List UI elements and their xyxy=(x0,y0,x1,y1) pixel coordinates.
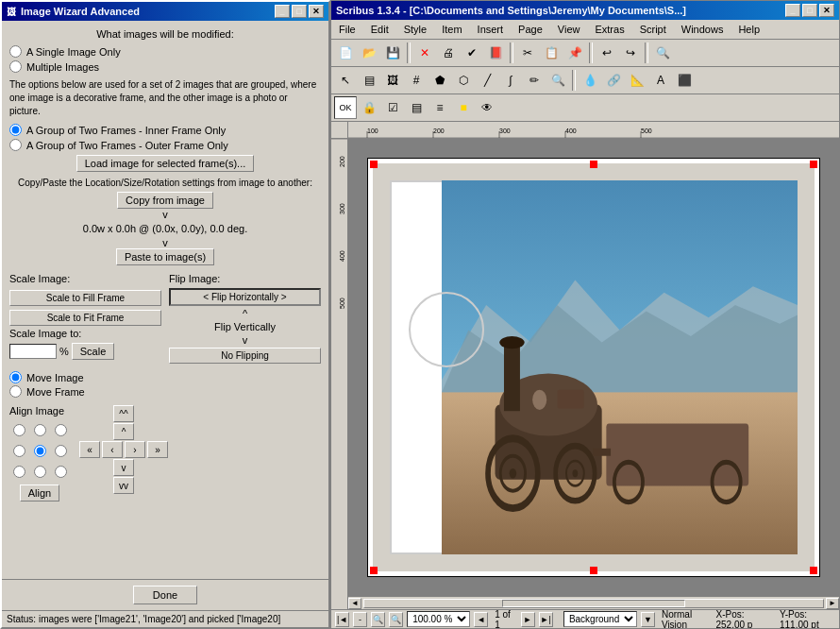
move-up-button[interactable]: ^ xyxy=(113,423,134,440)
tb-zoom-button[interactable]: 🔍 xyxy=(651,42,674,64)
handle-bl[interactable] xyxy=(370,567,378,574)
tb-check-button[interactable]: ☑ xyxy=(381,96,404,119)
tb-text-button[interactable]: ▤ xyxy=(358,69,380,92)
align-button[interactable]: Align xyxy=(20,484,59,502)
scale-percent-input[interactable] xyxy=(9,344,57,359)
tb-text2-button[interactable]: ▤ xyxy=(405,96,428,119)
canvas[interactable] xyxy=(348,139,839,596)
done-button[interactable]: Done xyxy=(133,586,197,604)
tb-undo-button[interactable]: ↩ xyxy=(596,42,618,64)
svg-rect-35 xyxy=(558,390,584,409)
scroll-thumb-h[interactable] xyxy=(502,600,685,607)
wizard-maximize-button[interactable]: □ xyxy=(292,5,307,18)
tb-align-button[interactable]: ≡ xyxy=(428,96,451,119)
radio-multiple-images[interactable] xyxy=(9,60,22,73)
wizard-close-button[interactable]: ✕ xyxy=(309,5,324,18)
menu-windows[interactable]: Windows xyxy=(674,22,731,37)
radio-move-image[interactable] xyxy=(9,371,22,383)
scroll-left-button[interactable]: ◄ xyxy=(348,598,361,609)
move-left-left-button[interactable]: « xyxy=(79,441,100,458)
radio-move-frame[interactable] xyxy=(9,385,22,398)
move-right-button[interactable]: › xyxy=(125,441,145,458)
tb-table-button[interactable]: # xyxy=(405,69,428,92)
tb-magnify-button[interactable]: 🔍 xyxy=(546,69,569,92)
scale-fill-button[interactable]: Scale to Fill Frame xyxy=(9,290,161,306)
nav-prev-page-button[interactable]: ◄ xyxy=(474,612,488,627)
tb-ok-button[interactable]: OK xyxy=(334,96,357,119)
scribus-maximize-button[interactable]: □ xyxy=(802,4,817,17)
nav-first-button[interactable]: |◄ xyxy=(335,612,349,627)
tb-redo-button[interactable]: ↪ xyxy=(619,42,642,64)
tb-cut-button[interactable]: ✂ xyxy=(516,42,539,64)
load-btn-container: Load image for selected frame(s)... xyxy=(9,155,321,172)
move-down-down-button[interactable]: vv xyxy=(113,477,134,494)
wizard-minimize-button[interactable]: _ xyxy=(275,5,290,18)
tb-eyedrop-button[interactable]: 💧 xyxy=(579,69,601,92)
tb-paste-button[interactable]: 📌 xyxy=(563,42,586,64)
tb-line-button[interactable]: ╱ xyxy=(476,69,498,92)
copy-from-image-button[interactable]: Copy from image xyxy=(117,192,213,209)
paste-to-images-button[interactable]: Paste to image(s) xyxy=(116,248,214,265)
tb-image-button[interactable]: 🖼 xyxy=(381,69,404,92)
tb-select-button[interactable]: ↖ xyxy=(334,69,357,92)
menu-view[interactable]: View xyxy=(550,22,588,37)
move-down-button[interactable]: v xyxy=(113,459,134,476)
layer-select[interactable]: Background xyxy=(563,611,637,627)
tb-pencil-button[interactable]: ✏ xyxy=(523,69,546,92)
tb-pdf-button[interactable]: 📕 xyxy=(484,42,507,64)
menu-page[interactable]: Page xyxy=(511,22,550,37)
tb-open-button[interactable]: 📂 xyxy=(358,42,380,64)
scribus-minimize-button[interactable]: _ xyxy=(785,4,800,17)
menu-script[interactable]: Script xyxy=(632,22,674,37)
menu-help[interactable]: Help xyxy=(731,22,767,37)
scroll-track-h[interactable] xyxy=(363,599,824,608)
handle-br[interactable] xyxy=(810,567,817,574)
handle-tr[interactable] xyxy=(810,161,817,168)
tb-close-button[interactable]: ✕ xyxy=(413,42,436,64)
move-left-button[interactable]: ‹ xyxy=(102,441,123,458)
menu-edit[interactable]: Edit xyxy=(363,22,396,37)
tb-eye-button[interactable]: 👁 xyxy=(476,96,498,119)
handle-tc[interactable] xyxy=(590,161,597,168)
menu-file[interactable]: File xyxy=(331,22,363,37)
radio-outer-frame[interactable] xyxy=(9,139,22,151)
radio-single-image[interactable] xyxy=(9,45,22,58)
layer-options-button[interactable]: ▼ xyxy=(641,612,655,627)
tb-shape-button[interactable]: ⬟ xyxy=(428,69,451,92)
tb-polygon-button[interactable]: ⬡ xyxy=(452,69,475,92)
scale-button[interactable]: Scale xyxy=(72,343,115,360)
menu-extras[interactable]: Extras xyxy=(587,22,631,37)
nav-zoom-in-button[interactable]: 🔍 xyxy=(389,612,403,627)
handle-bc[interactable] xyxy=(590,567,597,574)
scribus-close-button[interactable]: ✕ xyxy=(819,4,834,17)
move-right-right-button[interactable]: » xyxy=(147,441,168,458)
handle-tl[interactable] xyxy=(370,161,378,168)
tb-yellow-button[interactable]: ■ xyxy=(452,96,475,119)
zoom-select[interactable]: 100.00 % xyxy=(407,611,470,627)
nav-next-page-button[interactable]: ► xyxy=(521,612,535,627)
scale-fit-button[interactable]: Scale to Fit Frame xyxy=(9,310,161,326)
tb-copy-button[interactable]: 📋 xyxy=(540,42,563,64)
load-image-button[interactable]: Load image for selected frame(s)... xyxy=(76,155,255,172)
tb-save-button[interactable]: 💾 xyxy=(381,42,404,64)
menu-style[interactable]: Style xyxy=(396,22,434,37)
nav-zoom-out-button[interactable]: - xyxy=(353,612,367,627)
nav-zoom-out2-button[interactable]: 🔍 xyxy=(371,612,385,627)
nav-last-page-button[interactable]: ►| xyxy=(539,612,553,627)
menu-insert[interactable]: Insert xyxy=(470,22,512,37)
no-flipping-button[interactable]: No Flipping xyxy=(169,348,321,364)
tb-lock-button[interactable]: 🔒 xyxy=(358,96,380,119)
menu-item[interactable]: Item xyxy=(434,22,469,37)
flip-horizontally-button[interactable]: < Flip Horizontally > xyxy=(169,288,321,306)
scroll-right-button[interactable]: ► xyxy=(826,598,839,609)
move-up-up-button[interactable]: ^^ xyxy=(113,405,134,422)
tb-print-button[interactable]: 🖨 xyxy=(437,42,460,64)
tb-preflight-button[interactable]: ✔ xyxy=(461,42,483,64)
tb-measure-button[interactable]: 📐 xyxy=(626,69,648,92)
radio-inner-frame[interactable] xyxy=(9,124,22,136)
tb-3d-button[interactable]: ⬛ xyxy=(673,69,696,92)
tb-new-button[interactable]: 📄 xyxy=(334,42,357,64)
tb-link-button[interactable]: 🔗 xyxy=(602,69,625,92)
tb-letter-button[interactable]: A xyxy=(649,69,672,92)
tb-bezier-button[interactable]: ∫ xyxy=(499,69,522,92)
